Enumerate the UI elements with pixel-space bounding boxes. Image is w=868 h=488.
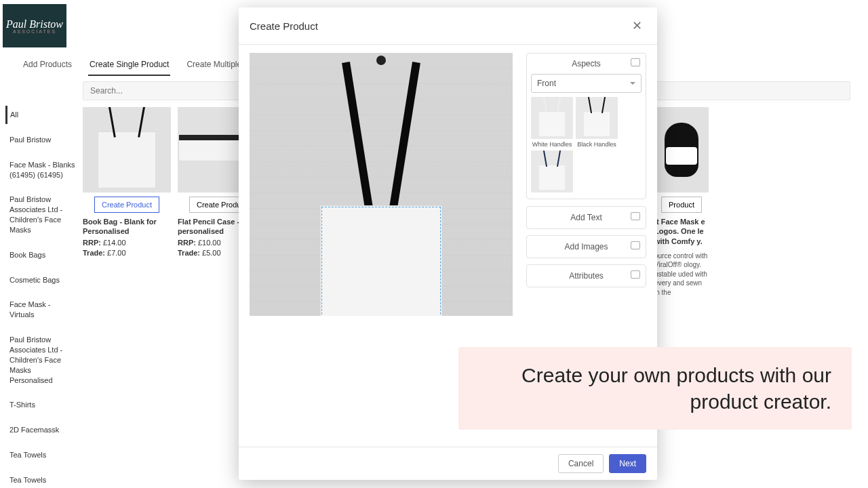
variant-thumb[interactable]: Black Handles [576,97,618,148]
close-icon[interactable]: ✕ [628,17,646,35]
aspects-section: Aspects Front White Handles Black Handle… [526,53,646,199]
camera-icon [631,212,640,220]
promo-text: Create your own products with our produc… [479,362,831,415]
thumb-label: Black Handles [576,141,618,148]
modal-title: Create Product [250,20,318,32]
camera-icon [631,241,640,249]
thumb-label: White Handles [531,141,573,148]
variant-thumbs: White Handles Black Handles [527,97,646,199]
add-text-button[interactable]: Add Text [526,206,646,229]
aspects-heading: Aspects [527,54,646,74]
add-images-button[interactable]: Add Images [526,235,646,258]
aspect-dropdown[interactable]: Front [531,74,642,93]
design-area[interactable] [321,207,441,316]
camera-icon [631,270,640,279]
product-preview[interactable] [250,53,513,316]
camera-icon [631,58,640,66]
cancel-button[interactable]: Cancel [558,454,604,473]
modal-footer: Cancel Next [239,447,657,480]
next-button[interactable]: Next [609,454,646,473]
attributes-button[interactable]: Attributes [526,264,646,287]
modal-header: Create Product ✕ [239,7,657,45]
variant-thumb[interactable]: White Handles [531,97,573,148]
promo-banner: Create your own products with our produc… [458,347,852,430]
variant-thumb[interactable] [531,150,573,195]
